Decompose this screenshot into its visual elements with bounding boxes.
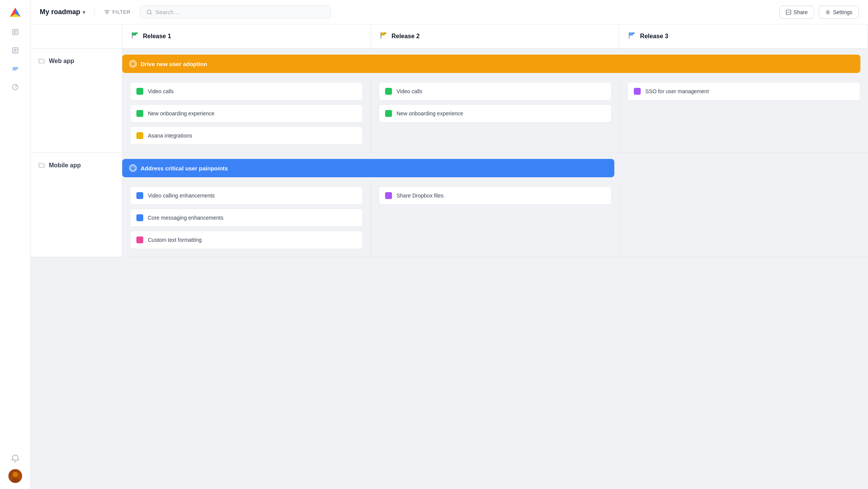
- webapp-col1-card-1[interactable]: New onboarding experience: [130, 104, 363, 123]
- sidebar-item-notes[interactable]: [8, 24, 23, 40]
- svg-rect-32: [629, 32, 633, 36]
- svg-point-16: [13, 472, 18, 477]
- search-bar[interactable]: Search ...: [140, 5, 331, 19]
- filter-button[interactable]: FILTER: [104, 9, 131, 15]
- flag-yellow-icon: [380, 32, 388, 40]
- svg-point-40: [133, 169, 133, 170]
- dot-icon: [385, 88, 392, 95]
- dot-icon: [136, 132, 143, 139]
- svg-point-21: [147, 10, 151, 14]
- svg-line-22: [151, 13, 152, 15]
- board-row-mobileapp: Mobile app Address critical user painpoi…: [31, 153, 868, 257]
- webapp-col1-cards: Video calls New onboarding experience As…: [122, 78, 371, 152]
- dot-icon: [634, 88, 641, 95]
- flag-green-icon: [131, 32, 139, 40]
- dot-icon: [136, 214, 143, 221]
- avatar[interactable]: [8, 469, 22, 483]
- svg-line-15: [15, 86, 17, 87]
- initiative-icon-mobileapp: [129, 164, 137, 172]
- board-row-webapp: Web app Drive new user adoption: [31, 49, 868, 153]
- page-title: My roadmap ▾: [40, 8, 85, 16]
- app-logo[interactable]: [8, 6, 22, 21]
- initiative-bar-webapp[interactable]: Drive new user adoption: [122, 55, 860, 73]
- header-actions: Share Settings: [779, 6, 859, 19]
- webapp-col3-card-0[interactable]: SSO for user management: [627, 82, 860, 100]
- row-label-spacer: [31, 24, 122, 48]
- flag-blue-icon: [628, 32, 636, 40]
- settings-button[interactable]: Settings: [819, 6, 859, 19]
- mobileapp-col1-card-0[interactable]: Video calling enhancements: [130, 186, 363, 205]
- bell-icon[interactable]: [11, 454, 19, 465]
- sidebar-item-roadmap[interactable]: [8, 61, 23, 76]
- sidebar-item-discover[interactable]: [8, 79, 23, 95]
- svg-rect-30: [384, 32, 386, 34]
- initiative-bar-mobileapp[interactable]: Address critical user painpoints: [122, 159, 614, 177]
- svg-rect-29: [381, 32, 385, 36]
- webapp-col2-cards: Video calls New onboarding experience: [371, 78, 620, 152]
- share-button[interactable]: Share: [779, 6, 814, 19]
- mobileapp-col1-cards: Video calling enhancements Core messagin…: [122, 182, 371, 257]
- search-placeholder: Search ...: [155, 9, 180, 15]
- svg-point-37: [133, 65, 133, 65]
- webapp-col3-cards: SSO for user management: [620, 78, 868, 152]
- dot-icon: [136, 88, 143, 95]
- folder-icon: [38, 58, 45, 65]
- dot-icon: [136, 192, 143, 199]
- webapp-col1-card-2[interactable]: Asana integrations: [130, 126, 363, 145]
- main-content: My roadmap ▾ FILTER Search ... Share Set…: [31, 0, 868, 489]
- header: My roadmap ▾ FILTER Search ... Share Set…: [31, 0, 868, 24]
- webapp-col2-card-1[interactable]: New onboarding experience: [379, 104, 612, 123]
- mobileapp-col3-cards: [620, 182, 868, 257]
- sidebar-item-list[interactable]: [8, 43, 23, 58]
- initiative-icon-webapp: [129, 60, 137, 68]
- column-header-release1: Release 1: [122, 24, 371, 48]
- sidebar: [0, 0, 31, 489]
- svg-point-25: [827, 11, 829, 13]
- svg-rect-26: [132, 32, 136, 36]
- svg-rect-33: [633, 32, 635, 34]
- webapp-col1-card-0[interactable]: Video calls: [130, 82, 363, 100]
- mobileapp-col2-card-0[interactable]: Share Dropbox files: [379, 186, 612, 205]
- board: Release 1 Release 2 Release 3: [31, 24, 868, 489]
- row-label-mobileapp: Mobile app: [31, 153, 122, 257]
- row-label-webapp: Web app: [31, 49, 122, 152]
- dot-icon: [136, 110, 143, 117]
- column-header-release3: Release 3: [619, 24, 868, 48]
- mobileapp-col2-cards: Share Dropbox files: [371, 182, 620, 257]
- dot-icon: [385, 110, 392, 117]
- mobileapp-col1-card-1[interactable]: Core messaging enhancements: [130, 209, 363, 227]
- column-header-release2: Release 2: [371, 24, 620, 48]
- svg-rect-27: [136, 32, 138, 34]
- columns-header: Release 1 Release 2 Release 3: [31, 24, 868, 49]
- mobileapp-col1-card-2[interactable]: Custom text formatting: [130, 231, 363, 249]
- header-divider: [94, 8, 95, 17]
- folder-icon-mobile: [38, 162, 45, 170]
- title-chevron-icon: ▾: [83, 9, 85, 15]
- dot-icon: [136, 236, 143, 243]
- svg-point-17: [11, 478, 19, 483]
- dot-icon: [385, 192, 392, 199]
- webapp-col2-card-0[interactable]: Video calls: [379, 82, 612, 100]
